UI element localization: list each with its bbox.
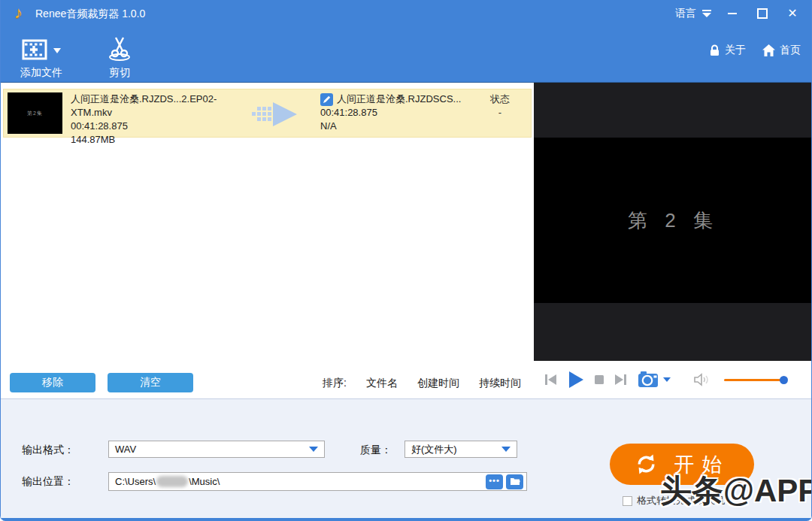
redacted-username <box>156 476 188 487</box>
play-icon <box>568 371 584 389</box>
format-caret-icon <box>309 447 318 456</box>
titlebar: ♪ Renee音频裁剪器 1.0.0 语言 ✕ <box>1 0 811 27</box>
prev-frame-icon <box>544 374 557 386</box>
output-location-label: 输出位置： <box>22 475 74 489</box>
titlebar-controls: 语言 ✕ <box>675 0 802 27</box>
output-filename: 人间正道是沧桑.RJZDSCS... <box>337 92 461 106</box>
language-menu[interactable]: 语言 <box>675 7 712 20</box>
status-value: - <box>477 106 523 120</box>
minimize-button[interactable] <box>723 5 742 23</box>
prev-frame-button[interactable] <box>544 374 557 386</box>
output-location-value: C:\Users\\Music\ <box>115 476 483 487</box>
play-button[interactable] <box>568 371 584 389</box>
next-frame-button[interactable] <box>614 374 627 386</box>
video-preview[interactable]: 第 2 集 <box>534 83 812 361</box>
output-duration: 00:41:28.875 <box>320 106 471 120</box>
thumbnail-text: 第2集 <box>27 110 43 117</box>
app-logo-icon: ♪ <box>14 3 23 23</box>
add-file-button[interactable]: 添加文件 <box>13 32 70 80</box>
add-file-icon <box>22 38 50 62</box>
source-duration: 00:41:28.875 <box>71 120 251 133</box>
stop-icon <box>595 375 604 384</box>
video-frame: 第 2 集 <box>534 138 812 303</box>
sort-label: 排序: <box>323 377 347 390</box>
open-folder-icon <box>510 477 520 486</box>
cut-button[interactable]: 剪切 <box>97 32 142 80</box>
about-link[interactable]: 关于 <box>709 44 746 57</box>
open-folder-button[interactable] <box>506 474 523 489</box>
home-label: 首页 <box>780 44 801 57</box>
source-size: 144.87MB <box>71 133 251 147</box>
maximize-icon <box>757 8 768 19</box>
cut-icon <box>106 36 133 62</box>
volume-slider-thumb[interactable] <box>780 376 788 384</box>
output-format-value: WAV <box>115 444 136 455</box>
snapshot-camera-icon <box>638 371 660 389</box>
watermark: 头条@APP猿 <box>660 470 812 512</box>
add-file-label: 添加文件 <box>13 66 70 80</box>
browse-button[interactable]: ••• <box>486 474 503 489</box>
sort-bar: 排序: 文件名 创建时间 持续时间 <box>323 377 521 390</box>
start-refresh-icon <box>635 453 658 476</box>
volume-button[interactable] <box>693 373 710 386</box>
home-link[interactable]: 首页 <box>762 44 801 57</box>
snapshot-button[interactable] <box>638 371 671 389</box>
file-list-panel: 第2集 人间正道是沧桑.RJZDS...2.EP02-XTM.mkv 00:41… <box>1 83 534 398</box>
snapshot-caret-icon <box>663 377 671 386</box>
edit-icon[interactable] <box>320 93 333 106</box>
output-format-select[interactable]: WAV <box>108 441 325 458</box>
status-column: 状态 - <box>477 92 523 120</box>
quality-value: 好(文件大) <box>411 443 457 456</box>
video-overlay-text: 第 2 集 <box>628 207 719 234</box>
next-frame-icon <box>614 374 627 386</box>
source-filename: 人间正道是沧桑.RJZDS...2.EP02-XTM.mkv <box>71 92 251 120</box>
quality-label: 质量： <box>360 444 392 457</box>
about-lock-icon <box>709 44 720 56</box>
player-controls <box>534 361 812 398</box>
close-button[interactable]: ✕ <box>783 5 802 23</box>
remove-button[interactable]: 移除 <box>10 373 95 392</box>
file-list-row[interactable]: 第2集 人间正道是沧桑.RJZDS...2.EP02-XTM.mkv 00:41… <box>3 89 532 138</box>
close-icon: ✕ <box>787 8 797 20</box>
about-label: 关于 <box>725 44 746 57</box>
header: ♪ Renee音频裁剪器 1.0.0 语言 ✕ <box>1 0 811 83</box>
header-links: 关于 首页 <box>709 44 801 57</box>
language-label: 语言 <box>675 7 696 20</box>
output-file-info: 人间正道是沧桑.RJZDSCS... 00:41:28.875 N/A <box>320 92 471 133</box>
minimize-icon <box>728 13 737 14</box>
quality-caret-icon <box>501 447 511 456</box>
status-label: 状态 <box>477 92 523 106</box>
output-format-label: 输出格式： <box>22 444 74 457</box>
maximize-button[interactable] <box>753 5 772 23</box>
sort-by-filename[interactable]: 文件名 <box>366 377 398 390</box>
source-file-info: 人间正道是沧桑.RJZDS...2.EP02-XTM.mkv 00:41:28.… <box>71 92 251 147</box>
volume-speaker-icon <box>693 373 710 386</box>
window-bottom-border <box>1 518 811 521</box>
add-file-caret-icon <box>53 47 62 54</box>
sort-by-duration[interactable]: 持续时间 <box>479 377 521 390</box>
clear-button[interactable]: 清空 <box>108 373 193 392</box>
video-thumbnail: 第2集 <box>8 92 62 134</box>
quality-select[interactable]: 好(文件大) <box>404 441 517 458</box>
main-area: 第2集 人间正道是沧桑.RJZDS...2.EP02-XTM.mkv 00:41… <box>1 83 811 398</box>
stop-button[interactable] <box>595 375 604 384</box>
browse-icon: ••• <box>489 477 500 483</box>
cut-label: 剪切 <box>97 66 142 80</box>
output-location-field[interactable]: C:\Users\\Music\ ••• <box>108 472 527 491</box>
language-dropdown-icon <box>701 9 712 18</box>
preview-panel: 第 2 集 <box>534 83 812 398</box>
sort-by-created[interactable]: 创建时间 <box>417 377 459 390</box>
app-title: Renee音频裁剪器 1.0.0 <box>35 8 145 21</box>
volume-slider[interactable] <box>724 379 786 381</box>
app-window: ♪ Renee音频裁剪器 1.0.0 语言 ✕ <box>0 0 812 521</box>
home-icon <box>762 44 775 56</box>
shutdown-checkbox[interactable] <box>623 496 632 506</box>
transfer-arrow-icon <box>252 101 298 131</box>
output-size: N/A <box>320 120 471 133</box>
